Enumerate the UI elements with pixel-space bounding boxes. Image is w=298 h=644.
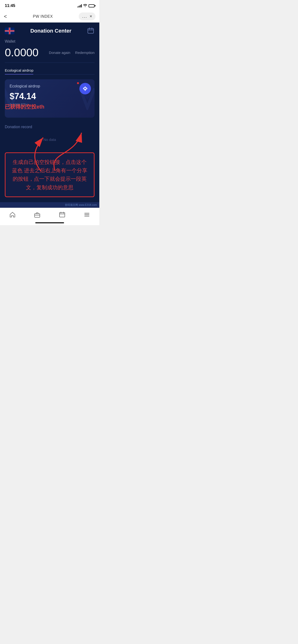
wallet-divider — [5, 62, 95, 63]
wallet-label: Wallet — [5, 39, 95, 44]
tabs-row: Ecological airdrop — [5, 66, 95, 74]
annotation-text: 生成自己的空投链接，点击这个蓝色 进去之后右上角有一个分享的按钮，点一下就会提示… — [10, 158, 89, 192]
app-title: Donation Center — [14, 28, 87, 34]
annotation-box: 生成自己的空投链接，点击这个蓝色 进去之后右上角有一个分享的按钮，点一下就会提示… — [5, 152, 95, 197]
browser-bar: < PW INDEX ... × — [0, 10, 99, 22]
svg-point-14 — [84, 89, 85, 90]
home-icon — [9, 212, 16, 219]
svg-rect-17 — [35, 214, 40, 217]
nav-home[interactable] — [5, 210, 20, 220]
wifi-icon — [83, 4, 87, 8]
share-button[interactable] — [79, 83, 91, 94]
wallet-row: 0.0000 Donate again Redemption — [5, 46, 95, 59]
briefcase-icon — [34, 212, 40, 219]
svg-point-7 — [85, 90, 86, 91]
main-content: Donation Center Wallet 0.0000 Donate aga… — [0, 22, 99, 225]
nav-briefcase[interactable] — [29, 210, 45, 220]
status-time: 11:45 — [5, 3, 15, 8]
language-flag[interactable] — [5, 28, 14, 34]
svg-point-15 — [86, 89, 87, 90]
home-indicator — [35, 222, 64, 223]
calendar-nav-icon — [59, 212, 65, 219]
svg-rect-0 — [88, 28, 94, 33]
status-bar: 11:45 — [0, 0, 99, 10]
close-button[interactable]: × — [89, 14, 92, 19]
redemption-button[interactable]: Redemption — [75, 50, 95, 54]
browser-actions: ... × — [79, 12, 95, 20]
donate-again-button[interactable]: Donate again — [49, 50, 70, 54]
wallet-section: Wallet 0.0000 Donate again Redemption — [0, 37, 99, 63]
wallet-amount: 0.0000 — [5, 46, 39, 59]
battery-icon — [89, 4, 95, 8]
no-data-label: No data — [5, 133, 95, 146]
menu-icon — [84, 212, 90, 219]
nav-menu[interactable] — [79, 210, 95, 220]
red-dot — [77, 82, 79, 84]
donation-record-label: Donation record — [5, 125, 95, 129]
signal-icon — [77, 4, 82, 8]
overlay-chinese-text: 已获得的空投eth — [5, 103, 44, 110]
calendar-icon[interactable] — [87, 27, 95, 34]
wallet-actions: Donate again Redemption — [49, 50, 95, 54]
svg-rect-19 — [60, 212, 65, 217]
status-icons — [77, 4, 95, 8]
tab-ecological-airdrop[interactable]: Ecological airdrop — [5, 66, 33, 74]
airdrop-card: Ecological airdrop $74.14 0.3000 ETH — [5, 79, 95, 118]
back-button[interactable]: < — [4, 14, 7, 20]
app-header: Donation Center — [0, 22, 99, 37]
more-options-button[interactable]: ... — [82, 14, 87, 19]
bottom-nav — [0, 208, 99, 225]
app-content: Donation Center Wallet 0.0000 Donate aga… — [0, 22, 99, 202]
nav-calendar[interactable] — [54, 210, 70, 220]
browser-title: PW INDEX — [9, 14, 77, 19]
website-label: 首码项目网 www.E318.com — [0, 202, 99, 208]
donation-record: Donation record No data — [0, 122, 99, 149]
